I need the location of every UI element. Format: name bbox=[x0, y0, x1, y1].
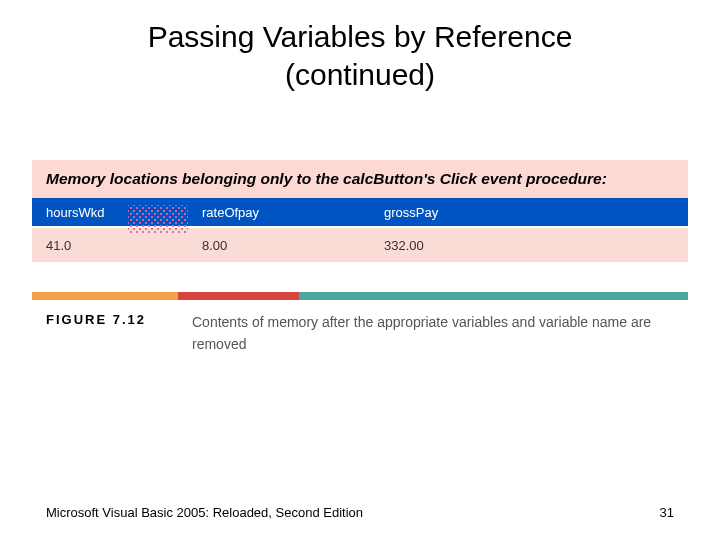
stripe-teal bbox=[299, 292, 688, 300]
slide-title: Passing Variables by Reference (continue… bbox=[0, 0, 720, 93]
figure-block: Memory locations belonging only to the c… bbox=[32, 160, 688, 355]
footer-book-title: Microsoft Visual Basic 2005: Reloaded, S… bbox=[46, 505, 363, 520]
title-line-1: Passing Variables by Reference bbox=[148, 20, 573, 53]
dot-pattern-icon bbox=[128, 205, 188, 233]
memory-banner: Memory locations belonging only to the c… bbox=[32, 160, 688, 198]
blank-row bbox=[32, 262, 688, 292]
header-hourswkd: hoursWkd bbox=[32, 205, 192, 220]
value-grosspay: 332.00 bbox=[374, 238, 688, 253]
figure-caption: Contents of memory after the appropriate… bbox=[192, 312, 688, 355]
header-grosspay: grossPay bbox=[374, 205, 688, 220]
header-label: hoursWkd bbox=[46, 205, 105, 220]
title-line-2: (continued) bbox=[285, 58, 435, 91]
footer-page-number: 31 bbox=[660, 505, 674, 520]
value-rateofpay: 8.00 bbox=[192, 238, 374, 253]
table-header-row: hoursWkd rateOfpay grossPay bbox=[32, 198, 688, 226]
stripe-red bbox=[178, 292, 299, 300]
figure-label: FIGURE 7.12 bbox=[32, 312, 192, 355]
divider-stripes bbox=[32, 292, 688, 300]
header-rateofpay: rateOfpay bbox=[192, 205, 374, 220]
value-hourswkd: 41.0 bbox=[32, 238, 192, 253]
stripe-orange bbox=[32, 292, 178, 300]
figure-caption-row: FIGURE 7.12 Contents of memory after the… bbox=[32, 300, 688, 355]
